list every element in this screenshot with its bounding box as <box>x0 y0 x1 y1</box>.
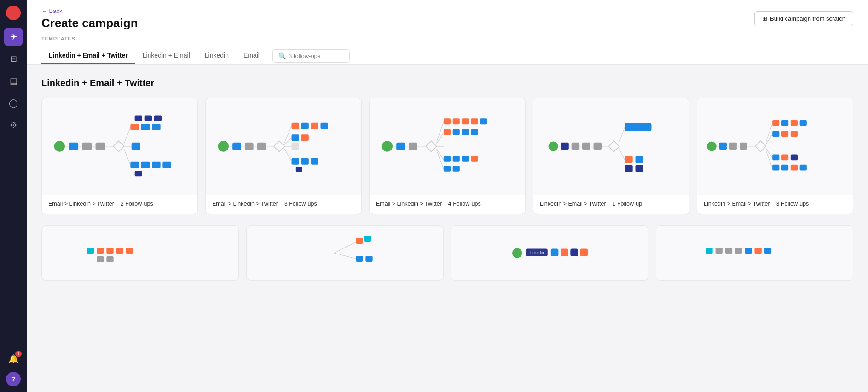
sidebar-item-notifications[interactable]: 🔔 1 <box>4 350 23 368</box>
svg-rect-82 <box>625 123 651 131</box>
svg-rect-70 <box>444 166 451 172</box>
help-button[interactable]: ? <box>6 372 21 386</box>
template-card-8[interactable]: Linkedin <box>451 225 648 281</box>
svg-rect-87 <box>636 165 644 172</box>
template-card-2[interactable]: Email > Linkedin > Twitter – 3 Follow-up… <box>205 98 362 214</box>
svg-marker-97 <box>755 141 766 151</box>
svg-rect-145 <box>755 248 762 254</box>
template-card-3[interactable]: Email > Linkedin > Twitter – 4 Follow-up… <box>369 98 526 214</box>
build-campaign-icon: ⊞ <box>762 15 767 22</box>
svg-rect-17 <box>152 162 161 168</box>
svg-rect-76 <box>561 143 569 150</box>
svg-rect-115 <box>800 165 807 171</box>
svg-marker-80 <box>608 141 619 151</box>
template-card-7[interactable] <box>246 225 444 281</box>
svg-rect-11 <box>154 116 162 121</box>
svg-rect-71 <box>453 166 460 172</box>
sidebar-item-campaigns[interactable]: ✈ <box>4 28 23 46</box>
template-card-6[interactable] <box>41 225 239 281</box>
person-icon: ◯ <box>9 98 18 108</box>
svg-rect-62 <box>471 129 478 135</box>
svg-rect-8 <box>152 124 161 130</box>
template-card-4[interactable]: LinkedIn > Email > Twitter – 1 Follow-up <box>533 98 689 214</box>
svg-rect-57 <box>480 118 487 124</box>
svg-rect-9 <box>135 116 142 121</box>
card-partial-visual-6 <box>42 226 238 280</box>
svg-rect-99 <box>772 120 779 126</box>
inbox-icon: ⊟ <box>10 54 17 64</box>
card-partial-visual-8: Linkedin <box>451 226 648 280</box>
svg-rect-38 <box>292 143 299 150</box>
svg-rect-19 <box>135 171 142 177</box>
svg-line-129 <box>334 253 356 259</box>
sidebar-item-tasks[interactable]: ▤ <box>4 72 23 90</box>
content-area: Linkedin + Email + Twitter <box>27 65 868 392</box>
svg-rect-94 <box>719 143 727 150</box>
page-title: Create campaign <box>41 16 138 30</box>
search-box[interactable]: 🔍 <box>272 49 350 63</box>
svg-rect-112 <box>772 165 779 171</box>
card-visual-5 <box>697 98 853 195</box>
svg-rect-36 <box>301 134 309 141</box>
svg-line-39 <box>284 149 291 161</box>
svg-rect-42 <box>311 158 318 165</box>
sidebar-item-contacts[interactable]: ◯ <box>4 94 23 112</box>
build-campaign-button[interactable]: ⊞ Build campaign from scratch <box>754 11 853 26</box>
flow-diagram-9 <box>656 226 853 280</box>
svg-rect-104 <box>772 131 779 137</box>
svg-rect-50 <box>409 143 417 150</box>
flow-diagram-4 <box>533 98 689 195</box>
tab-linkedin-email[interactable]: Linkedin + Email <box>135 47 197 64</box>
svg-marker-4 <box>113 141 124 151</box>
partial-cards-grid: Linkedin <box>41 225 853 281</box>
flow-diagram-6 <box>42 226 238 280</box>
template-card-1[interactable]: Email > Linkedin > Twitter – 2 Follow-up… <box>41 98 198 214</box>
svg-rect-125 <box>97 256 104 262</box>
svg-rect-18 <box>162 162 171 168</box>
svg-rect-96 <box>740 143 747 150</box>
svg-rect-101 <box>791 120 798 126</box>
flow-diagram-5 <box>697 98 853 195</box>
sidebar: ✈ ⊟ ▤ ◯ ⚙ 🔔 1 ? <box>0 0 27 392</box>
svg-rect-25 <box>232 143 241 150</box>
svg-rect-124 <box>126 248 133 254</box>
svg-rect-10 <box>145 116 152 121</box>
svg-rect-86 <box>625 165 633 172</box>
template-card-5[interactable]: LinkedIn > Email > Twitter – 3 Follow-up… <box>697 98 853 214</box>
template-card-9[interactable] <box>656 225 853 281</box>
tab-linkedin[interactable]: Linkedin <box>197 47 236 64</box>
svg-rect-144 <box>745 248 752 254</box>
svg-rect-66 <box>453 156 460 162</box>
svg-rect-43 <box>296 167 302 172</box>
back-button[interactable]: ← Back <box>41 7 138 14</box>
tab-email[interactable]: Email <box>236 47 267 64</box>
svg-marker-28 <box>274 141 284 151</box>
flow-diagram-8: Linkedin <box>451 226 648 280</box>
svg-rect-120 <box>87 248 94 254</box>
sidebar-item-settings[interactable]: ⚙ <box>4 116 23 134</box>
svg-line-128 <box>334 242 356 253</box>
svg-rect-40 <box>292 158 299 165</box>
svg-line-29 <box>284 126 291 143</box>
svg-rect-56 <box>471 118 478 124</box>
svg-rect-49 <box>396 143 405 150</box>
svg-rect-132 <box>365 255 372 261</box>
card-label-3: Email > Linkedin > Twitter – 4 Follow-up… <box>370 195 525 214</box>
svg-point-75 <box>549 142 558 151</box>
sidebar-item-inbox[interactable]: ⊟ <box>4 50 23 68</box>
card-partial-visual-9 <box>656 226 853 280</box>
app-logo[interactable] <box>6 6 21 20</box>
svg-rect-77 <box>572 143 580 150</box>
svg-point-48 <box>382 141 393 151</box>
svg-rect-113 <box>781 165 788 171</box>
svg-point-93 <box>707 142 717 151</box>
svg-rect-67 <box>462 156 469 162</box>
svg-rect-141 <box>716 248 723 254</box>
svg-rect-31 <box>301 123 309 129</box>
svg-rect-122 <box>106 248 113 254</box>
svg-rect-114 <box>791 165 798 171</box>
search-input[interactable] <box>289 52 344 59</box>
svg-rect-16 <box>141 162 150 168</box>
svg-rect-139 <box>580 248 588 256</box>
tab-linkedin-email-twitter[interactable]: Linkedin + Email + Twitter <box>41 47 135 64</box>
